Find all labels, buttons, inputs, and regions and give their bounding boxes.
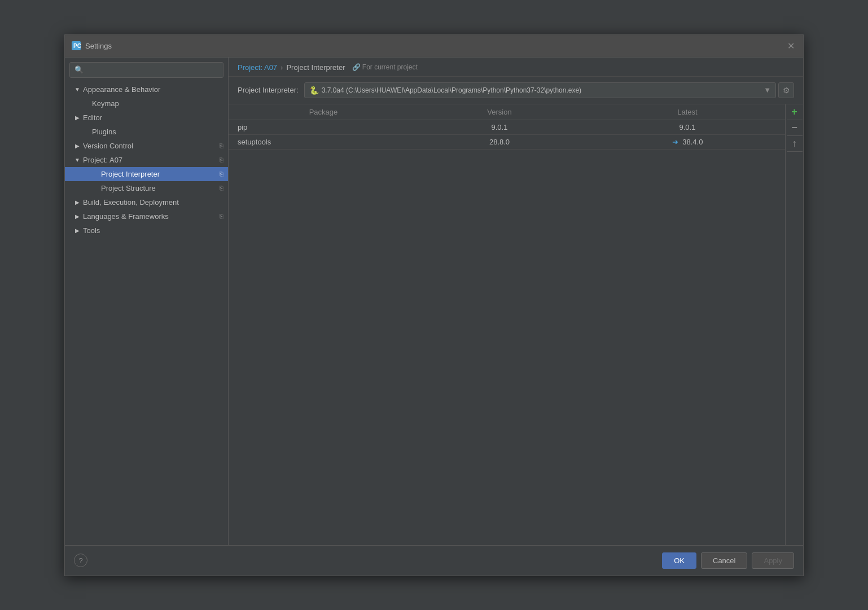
interpreter-gear-button[interactable]: ⚙ xyxy=(778,82,794,98)
table-row[interactable]: setuptools 28.8.0 ➜ 38.4.0 xyxy=(229,135,785,150)
sidebar-item-languages[interactable]: ▶ Languages & Frameworks ⎘ xyxy=(65,209,228,223)
package-version: 28.8.0 xyxy=(409,138,590,146)
sidebar-item-project-structure[interactable]: Project Structure ⎘ xyxy=(65,181,228,195)
expand-arrow xyxy=(83,100,90,107)
sidebar-item-label: Languages & Frameworks xyxy=(83,212,169,221)
sidebar-item-keymap[interactable]: Keymap xyxy=(65,96,228,111)
copy-icon: ⎘ xyxy=(220,142,223,149)
package-latest: 9.0.1 xyxy=(590,123,785,131)
upgrade-package-button[interactable]: ↑ xyxy=(787,136,803,152)
bottom-bar: ? OK Cancel Apply xyxy=(65,545,803,576)
col-header-package: Package xyxy=(229,108,409,116)
copy-icon: ⎘ xyxy=(220,156,223,163)
sidebar-item-appearance[interactable]: ▼ Appearance & Behavior xyxy=(65,82,228,96)
ok-button[interactable]: OK xyxy=(662,552,696,569)
cancel-button[interactable]: Cancel xyxy=(701,552,747,569)
sidebar-item-project-interpreter[interactable]: Project Interpreter ⎘ xyxy=(65,167,228,181)
breadcrumb-separator: › xyxy=(280,63,283,72)
expand-arrow: ▼ xyxy=(74,86,81,93)
settings-dialog: PC Settings ✕ 🔍 ▼ Appearance & Behavior … xyxy=(64,34,804,576)
sidebar-item-editor[interactable]: ▶ Editor xyxy=(65,111,228,125)
svg-text:PC: PC xyxy=(73,43,81,49)
gear-icon: ⚙ xyxy=(783,86,790,95)
add-package-button[interactable]: + xyxy=(787,104,803,120)
apply-button[interactable]: Apply xyxy=(752,552,794,569)
sidebar-item-tools[interactable]: ▶ Tools xyxy=(65,223,228,238)
sidebar-item-label: Project: A07 xyxy=(83,156,122,164)
search-box[interactable]: 🔍 xyxy=(69,62,223,78)
sidebar: 🔍 ▼ Appearance & Behavior Keymap ▶ Edito… xyxy=(65,58,229,545)
bottom-right: OK Cancel Apply xyxy=(662,552,794,569)
copy-icon: ⎘ xyxy=(220,185,223,191)
breadcrumb-subtitle: 🔗 For current project xyxy=(352,63,418,71)
breadcrumb-page: Project Interpreter xyxy=(286,63,345,72)
packages-table: Package Version Latest pip 9.0.1 9.0.1 xyxy=(229,104,785,545)
col-header-version: Version xyxy=(409,108,590,116)
search-input[interactable] xyxy=(87,65,218,74)
expand-arrow: ▶ xyxy=(74,142,81,149)
package-version: 9.0.1 xyxy=(409,123,590,131)
python-icon: 🐍 xyxy=(309,86,318,95)
breadcrumb: Project: A07 › Project Interpreter 🔗 For… xyxy=(229,58,803,77)
latest-value: 38.4.0 xyxy=(682,138,703,146)
packages-area: Package Version Latest pip 9.0.1 9.0.1 xyxy=(229,104,803,545)
help-button[interactable]: ? xyxy=(74,554,87,567)
sidebar-item-label: Project Interpreter xyxy=(101,170,160,178)
expand-arrow xyxy=(92,185,99,191)
dropdown-arrow-icon: ▼ xyxy=(764,86,771,94)
sidebar-item-label: Appearance & Behavior xyxy=(83,85,160,94)
sidebar-item-label: Project Structure xyxy=(101,184,156,192)
main-content: Project: A07 › Project Interpreter 🔗 For… xyxy=(229,58,803,545)
sidebar-item-plugins[interactable]: Plugins xyxy=(65,125,228,139)
interpreter-value: 3.7.0a4 (C:\Users\HUAWEI\AppData\Local\P… xyxy=(322,86,581,94)
table-header: Package Version Latest xyxy=(229,104,785,120)
latest-value: 9.0.1 xyxy=(680,123,696,131)
copy-icon: ⎘ xyxy=(220,170,223,177)
sidebar-item-version-control[interactable]: ▶ Version Control ⎘ xyxy=(65,139,228,153)
close-button[interactable]: ✕ xyxy=(785,40,796,51)
update-arrow-icon: ➜ xyxy=(672,138,678,146)
sidebar-item-label: Editor xyxy=(83,113,102,122)
col-header-latest: Latest xyxy=(590,108,785,116)
dialog-title: Settings xyxy=(85,42,785,50)
interpreter-bar: Project Interpreter: 🐍 3.7.0a4 (C:\Users… xyxy=(229,77,803,104)
expand-arrow: ▶ xyxy=(74,213,81,220)
table-row[interactable]: pip 9.0.1 9.0.1 xyxy=(229,120,785,135)
copy-icon: ⎘ xyxy=(220,213,223,220)
expand-arrow: ▶ xyxy=(74,114,81,121)
sidebar-item-project[interactable]: ▼ Project: A07 ⎘ xyxy=(65,153,228,167)
search-icon: 🔍 xyxy=(74,65,84,74)
app-icon: PC xyxy=(72,41,81,50)
expand-arrow xyxy=(83,128,90,135)
package-name: setuptools xyxy=(229,138,409,146)
expand-arrow: ▶ xyxy=(74,199,81,205)
sidebar-item-label: Version Control xyxy=(83,142,133,150)
title-bar: PC Settings ✕ xyxy=(65,35,803,58)
expand-arrow xyxy=(92,170,99,177)
dialog-body: 🔍 ▼ Appearance & Behavior Keymap ▶ Edito… xyxy=(65,58,803,545)
expand-arrow: ▶ xyxy=(74,227,81,234)
sidebar-item-build[interactable]: ▶ Build, Execution, Deployment xyxy=(65,195,228,209)
expand-arrow: ▼ xyxy=(74,156,81,163)
interpreter-select[interactable]: 🐍 3.7.0a4 (C:\Users\HUAWEI\AppData\Local… xyxy=(304,82,776,98)
packages-actions: + − ↑ xyxy=(785,104,803,545)
remove-package-button[interactable]: − xyxy=(787,120,803,136)
breadcrumb-project: Project: A07 xyxy=(238,63,277,72)
sidebar-item-label: Tools xyxy=(83,226,100,235)
package-name: pip xyxy=(229,123,409,131)
sidebar-item-label: Build, Execution, Deployment xyxy=(83,198,179,207)
bottom-left: ? xyxy=(74,554,87,567)
interpreter-label: Project Interpreter: xyxy=(238,86,299,94)
package-latest: ➜ 38.4.0 xyxy=(590,138,785,146)
sidebar-item-label: Plugins xyxy=(92,128,116,136)
sidebar-item-label: Keymap xyxy=(92,99,119,108)
